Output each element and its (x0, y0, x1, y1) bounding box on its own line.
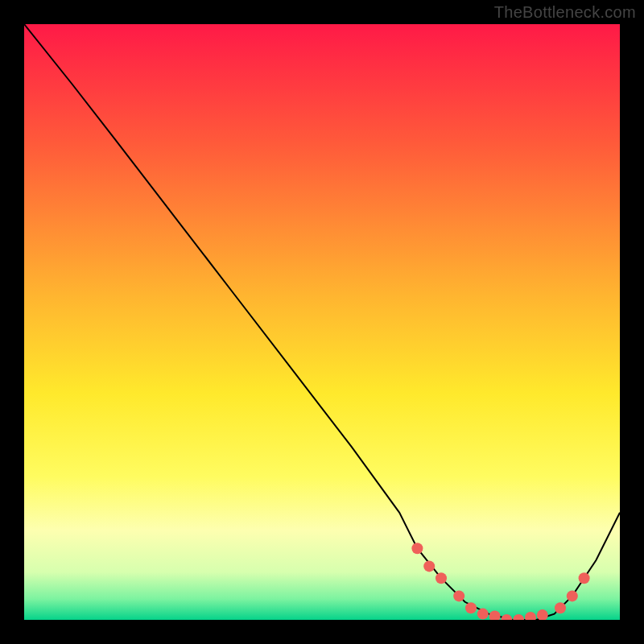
highlight-dots (411, 543, 589, 620)
highlight-dot (525, 612, 536, 620)
highlight-dot (567, 590, 578, 601)
highlight-dot (579, 572, 590, 584)
plot-area (24, 24, 620, 620)
highlight-dot (555, 602, 566, 613)
highlight-dot (411, 543, 423, 554)
highlight-dot (453, 590, 464, 601)
highlight-dot (537, 609, 548, 620)
bottleneck-curve (24, 24, 620, 620)
highlight-dot (436, 572, 447, 584)
highlight-dot (489, 611, 501, 620)
highlight-dot (465, 602, 477, 613)
watermark-text: TheBottleneck.com (494, 3, 636, 22)
highlight-dot (477, 609, 489, 620)
highlight-dot (501, 614, 512, 620)
chart-stage: TheBottleneck.com (0, 0, 644, 644)
curve-layer (24, 24, 620, 620)
highlight-dot (423, 560, 435, 572)
highlight-dot (513, 614, 524, 620)
